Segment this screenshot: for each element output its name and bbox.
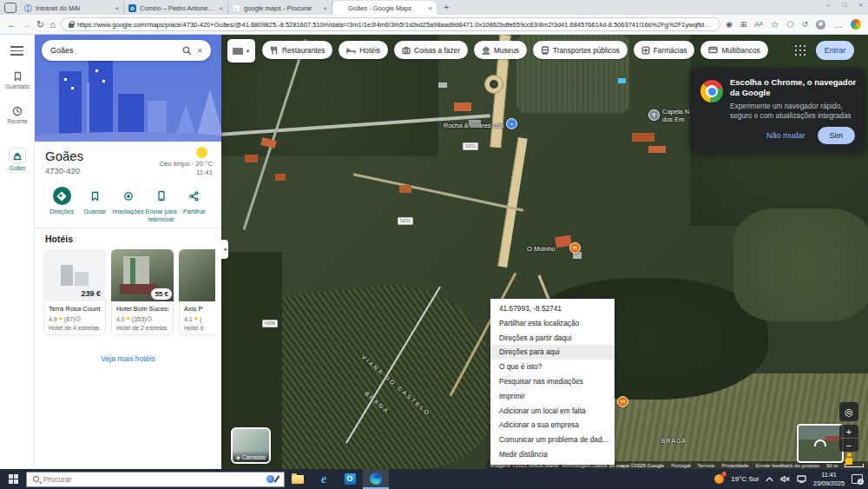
- menu-item-share-location[interactable]: Partilhar esta localização: [490, 316, 615, 331]
- menu-item-whats-here[interactable]: O que é isto?: [490, 360, 615, 374]
- menu-item-search-nearby[interactable]: Pesquisar nas imediações: [490, 374, 615, 389]
- map-label-restaurant[interactable]: O Moinho: [527, 245, 556, 253]
- sidebar-item-saved[interactable]: Guardado: [0, 71, 35, 89]
- volume-muted-icon[interactable]: [780, 475, 790, 483]
- sidebar-item-recent[interactable]: Recente: [0, 106, 35, 124]
- action-center-icon[interactable]: 2: [852, 474, 863, 484]
- taskbar-search-input[interactable]: [43, 475, 262, 484]
- promo-accept-button[interactable]: Sim: [818, 127, 856, 144]
- see-more-hotels-link[interactable]: Veja mais hotéis: [35, 354, 221, 363]
- weather-taskbar-icon[interactable]: 1: [714, 474, 724, 484]
- chapel-marker[interactable]: ✝: [648, 109, 660, 121]
- chip-restaurants[interactable]: Restaurantes: [262, 41, 332, 59]
- url-text[interactable]: https://www.google.com/maps/place/4730-4…: [77, 21, 713, 29]
- location-icon[interactable]: ◉: [726, 21, 733, 29]
- google-apps-grid-icon[interactable]: [795, 45, 806, 56]
- tray-expand-icon[interactable]: [766, 477, 773, 482]
- attribution-link[interactable]: Privacidade: [721, 463, 748, 468]
- attribution-link[interactable]: Enviar feedback do produto: [756, 463, 819, 468]
- taskbar-search-box[interactable]: [26, 472, 285, 487]
- close-tab-icon[interactable]: ×: [323, 4, 327, 12]
- taskbar-clock[interactable]: 11:41 23/09/2025: [813, 471, 845, 487]
- sidebar-item-goaes[interactable]: Goães: [0, 148, 35, 171]
- collapse-panel-button[interactable]: ◂: [221, 240, 228, 259]
- address-bar[interactable]: https://www.google.com/maps/place/4730-4…: [61, 17, 720, 31]
- profile-avatar[interactable]: [816, 20, 825, 30]
- my-location-button[interactable]: ◎: [839, 402, 858, 421]
- chip-atms[interactable]: Multibancos: [700, 41, 767, 59]
- menu-item-add-missing-place[interactable]: Adicionar um local em falta: [490, 404, 615, 419]
- nearby-button[interactable]: Imediações: [111, 187, 144, 224]
- taskbar-weather-text[interactable]: 19°C Sol: [731, 475, 759, 483]
- split-screen-icon[interactable]: ⊞: [740, 21, 747, 29]
- home-icon[interactable]: ⌂: [49, 20, 56, 30]
- business-marker[interactable]: ▪: [506, 118, 517, 129]
- map-label-chapel[interactable]: Capela Ndos Em: [662, 108, 689, 123]
- restaurant-marker[interactable]: 🍴︎: [569, 242, 581, 254]
- chip-transit[interactable]: Transportes públicos: [533, 41, 628, 59]
- new-tab-button[interactable]: +: [444, 2, 449, 12]
- refresh-icon[interactable]: ↻: [36, 20, 44, 30]
- search-input[interactable]: [50, 46, 177, 55]
- chip-things-to-do[interactable]: Coisas a fazer: [394, 41, 468, 59]
- context-menu-coordinates[interactable]: 41.67993, -8.52741: [490, 301, 615, 316]
- imagery-toggle[interactable]: ▼: [227, 39, 255, 63]
- attribution-link[interactable]: Portugal: [671, 463, 690, 468]
- clear-search-icon[interactable]: ×: [197, 46, 202, 56]
- directions-button[interactable]: Direções: [45, 187, 78, 224]
- tab-outlook[interactable]: o Correio – Pedro Antunes – Outlo ×: [124, 2, 228, 15]
- menu-item-directions-from[interactable]: Direções a partir daqui: [490, 331, 615, 346]
- history-icon[interactable]: ↺: [801, 21, 808, 29]
- menu-item-directions-to[interactable]: Direções para aqui: [490, 345, 615, 360]
- menu-item-print[interactable]: Imprimir: [490, 389, 615, 404]
- menu-item-add-business[interactable]: Adicionar a sua empresa: [490, 418, 615, 433]
- zoom-in-button[interactable]: +: [839, 425, 858, 439]
- chip-hotels[interactable]: Hotéis: [339, 41, 388, 59]
- menu-item-measure-distance[interactable]: Medir distância: [490, 447, 615, 462]
- start-button[interactable]: [0, 469, 26, 489]
- forward-icon[interactable]: →: [22, 20, 31, 30]
- close-tab-icon[interactable]: ×: [428, 4, 432, 12]
- menu-icon[interactable]: [10, 46, 23, 58]
- zoom-out-button[interactable]: −: [839, 439, 858, 452]
- tab-list-icon[interactable]: [4, 3, 16, 13]
- hotel-card[interactable]: 239 € Terra Rosa Count... 4,9★ (87)i Hot…: [43, 249, 106, 345]
- favorite-star-icon[interactable]: ☆: [771, 20, 779, 30]
- save-button[interactable]: Guardar: [78, 187, 111, 224]
- pegman-icon[interactable]: [843, 453, 855, 466]
- poi-marker[interactable]: 🍴︎: [617, 396, 628, 407]
- internet-explorer-icon[interactable]: e: [311, 469, 337, 489]
- tab-intranet[interactable]: Intranet do MAI ×: [20, 2, 124, 15]
- sign-in-button[interactable]: Entrar: [816, 41, 854, 60]
- share-button[interactable]: Partilhar: [178, 187, 211, 224]
- close-tab-icon[interactable]: ×: [115, 4, 119, 12]
- close-tab-icon[interactable]: ×: [219, 4, 223, 12]
- file-explorer-icon[interactable]: [285, 469, 311, 489]
- street-view-thumbnail[interactable]: [797, 424, 844, 463]
- send-to-phone-button[interactable]: Enviar para telemóvel: [145, 187, 178, 224]
- copilot-icon[interactable]: [851, 19, 861, 30]
- extensions-icon[interactable]: ⬡: [787, 21, 794, 29]
- tab-search[interactable]: ⌕ google maps - Procurar ×: [228, 2, 332, 15]
- read-aloud-icon[interactable]: Aᵃ: [754, 21, 762, 29]
- edge-taskbar-icon[interactable]: [363, 469, 389, 489]
- minimize-button[interactable]: –: [826, 1, 830, 9]
- chip-pharmacies[interactable]: Farmácias: [634, 41, 695, 59]
- chip-museums[interactable]: Museus: [474, 41, 527, 59]
- tab-google-maps-active[interactable]: Goães - Google Maps ×: [332, 1, 437, 15]
- map-label-business[interactable]: Rocha & Soares Lda: [444, 122, 503, 129]
- layers-widget[interactable]: ◈Camadas: [231, 427, 271, 464]
- maximize-button[interactable]: □: [842, 1, 846, 9]
- menu-item-report-data-problem[interactable]: Comunicar um problema de dad...: [490, 433, 615, 447]
- promo-decline-button[interactable]: Não mudar: [766, 131, 806, 140]
- maps-search-box[interactable]: ×: [42, 40, 211, 61]
- hotel-card[interactable]: 55 € Hotel Bom Sucesso 4,0★ (353)i Hotel…: [111, 249, 174, 345]
- more-menu-icon[interactable]: …: [833, 20, 843, 30]
- search-icon[interactable]: [182, 46, 192, 56]
- outlook-taskbar-icon[interactable]: O: [337, 469, 363, 489]
- attribution-link[interactable]: Termos: [698, 463, 715, 468]
- hotel-card[interactable]: Axis P 4,1★ ( Hotel d: [179, 249, 215, 345]
- bing-daily-icon[interactable]: [266, 475, 278, 483]
- close-window-button[interactable]: ×: [858, 1, 863, 9]
- network-display-icon[interactable]: [797, 475, 806, 483]
